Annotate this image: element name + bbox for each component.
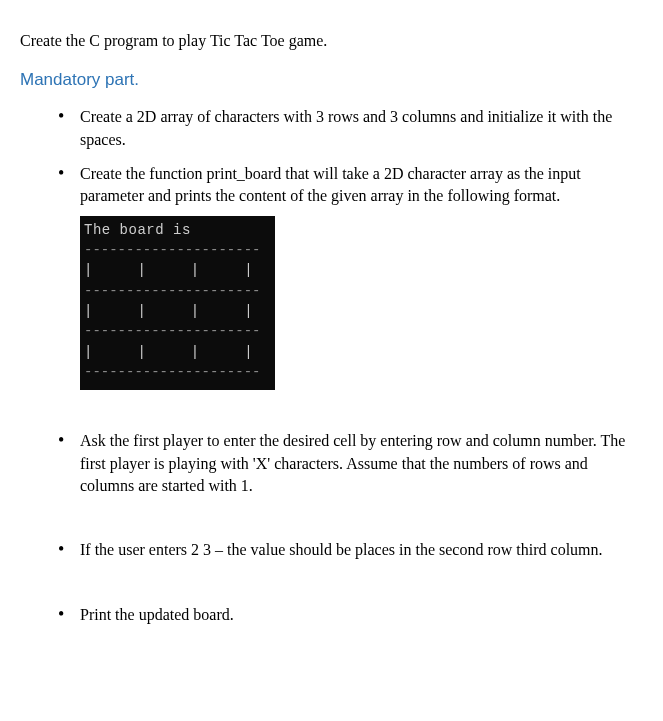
mandatory-list: Create a 2D array of characters with 3 r… [20, 106, 643, 626]
terminal-dash-line: --------------------- [84, 323, 260, 339]
terminal-board-row: | | | | [84, 344, 253, 360]
bullet-text: Create the function print_board that wil… [80, 165, 581, 204]
bullet-text: Print the updated board. [80, 606, 234, 623]
bullet-create-array: Create a 2D array of characters with 3 r… [60, 106, 643, 151]
bullet-print-updated: Print the updated board. [60, 604, 643, 626]
bullet-text: Ask the first player to enter the desire… [80, 432, 625, 494]
bullet-print-board: Create the function print_board that wil… [60, 163, 643, 390]
terminal-output: The board is --------------------- | | |… [80, 216, 275, 390]
terminal-dash-line: --------------------- [84, 242, 260, 258]
terminal-dash-line: --------------------- [84, 283, 260, 299]
terminal-header-line: The board is [84, 222, 191, 238]
terminal-board-row: | | | | [84, 303, 253, 319]
bullet-user-enters: If the user enters 2 3 – the value shoul… [60, 539, 643, 591]
bullet-ask-player: Ask the first player to enter the desire… [60, 430, 643, 527]
bullet-text: Create a 2D array of characters with 3 r… [80, 108, 612, 147]
terminal-board-row: | | | | [84, 262, 253, 278]
terminal-dash-line: --------------------- [84, 364, 260, 380]
bullet-text: If the user enters 2 3 – the value shoul… [80, 541, 603, 558]
intro-text: Create the C program to play Tic Tac Toe… [20, 30, 643, 52]
section-heading-mandatory: Mandatory part. [20, 68, 643, 92]
